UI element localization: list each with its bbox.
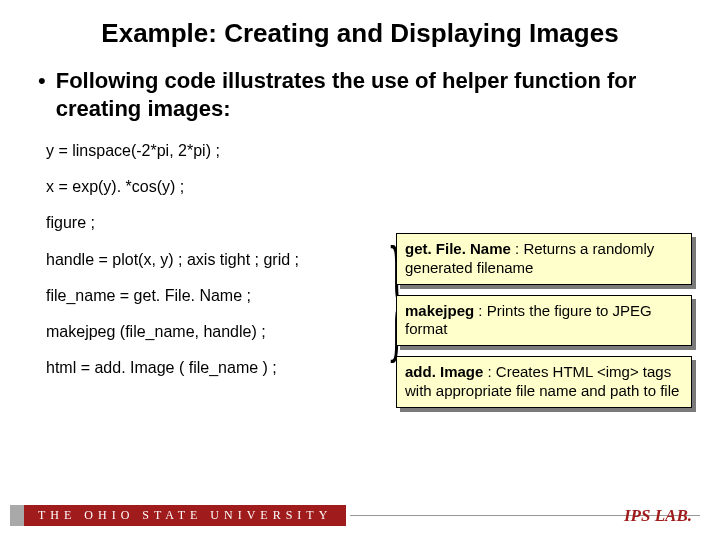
code-line: html = add. Image ( file_name ) ;: [46, 358, 366, 377]
bullet-marker: •: [38, 67, 46, 95]
note-term: makejpeg: [405, 302, 474, 319]
university-name: THE OHIO STATE UNIVERSITY: [24, 505, 346, 526]
note-term: add. Image: [405, 363, 483, 380]
note-box: makejpeg : Prints the figure to JPEG for…: [396, 295, 692, 347]
notes-column: get. File. Name : Returns a randomly gen…: [396, 141, 692, 418]
slide: Example: Creating and Displaying Images …: [0, 0, 720, 540]
code-block: y = linspace(-2*pi, 2*pi) ; x = exp(y). …: [46, 141, 366, 394]
footer-bar: THE OHIO STATE UNIVERSITY: [10, 505, 700, 526]
note-text: makejpeg : Prints the figure to JPEG for…: [396, 295, 692, 347]
content-row: y = linspace(-2*pi, 2*pi) ; x = exp(y). …: [46, 141, 692, 418]
note-box: get. File. Name : Returns a randomly gen…: [396, 233, 692, 285]
code-line: x = exp(y). *cos(y) ;: [46, 177, 366, 196]
bullet-text: Following code illustrates the use of he…: [56, 67, 692, 123]
code-line: handle = plot(x, y) ; axis tight ; grid …: [46, 250, 366, 269]
code-line: y = linspace(-2*pi, 2*pi) ;: [46, 141, 366, 160]
note-box: add. Image : Creates HTML <img> tags wit…: [396, 356, 692, 408]
brace-column: }: [366, 141, 396, 381]
code-line: file_name = get. File. Name ;: [46, 286, 366, 305]
lab-label: IPS LAB.: [624, 506, 692, 526]
code-line: figure ;: [46, 213, 366, 232]
footer: THE OHIO STATE UNIVERSITY: [0, 505, 720, 526]
note-text: add. Image : Creates HTML <img> tags wit…: [396, 356, 692, 408]
note-text: get. File. Name : Returns a randomly gen…: [396, 233, 692, 285]
code-line: makejpeg (file_name, handle) ;: [46, 322, 366, 341]
note-term: get. File. Name: [405, 240, 511, 257]
slide-title: Example: Creating and Displaying Images: [28, 18, 692, 49]
footer-accent: [10, 505, 24, 526]
bullet-item: • Following code illustrates the use of …: [38, 67, 692, 123]
